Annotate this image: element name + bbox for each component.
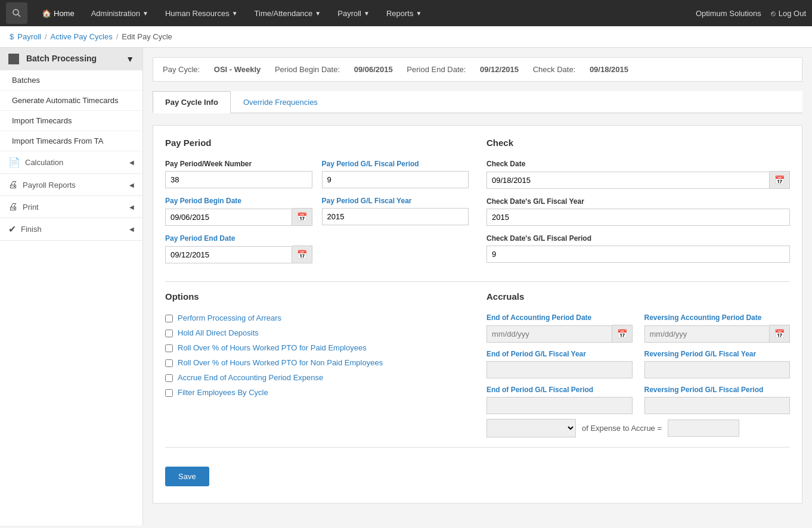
sidebar-batch-processing-header[interactable]: Batch Processing ▼ bbox=[0, 48, 142, 70]
bottom-divider bbox=[165, 447, 790, 448]
checkbox-rollover-paid-input[interactable] bbox=[165, 344, 173, 352]
reversing-accounting-period-date-calendar-button[interactable]: 📅 bbox=[770, 325, 790, 343]
batch-processing-toggle-icon: ▼ bbox=[126, 54, 134, 64]
sidebar-item-generate-auto-timecards[interactable]: Generate Automatic Timecards bbox=[0, 91, 142, 111]
calculation-icon: 📄 bbox=[8, 157, 20, 168]
checkbox-rollover-nonpaid: Roll Over % of Hours Worked PTO for Non … bbox=[165, 358, 469, 367]
week-number-input[interactable] bbox=[165, 171, 312, 188]
time-arrow-icon: ▼ bbox=[315, 10, 321, 17]
tab-pay-cycle-info[interactable]: Pay Cycle Info bbox=[153, 91, 231, 113]
end-date-input[interactable] bbox=[165, 246, 292, 263]
pay-cycle-label: Pay Cycle: OSI - Weekly bbox=[163, 65, 263, 74]
nav-human-resources[interactable]: Human Resources ▼ bbox=[157, 0, 246, 26]
hr-arrow-icon: ▼ bbox=[232, 10, 238, 17]
logout-button[interactable]: ⎋ Log Out bbox=[771, 9, 806, 18]
accruals-grid: End of Accounting Period Date 📅 Reversin… bbox=[486, 313, 790, 414]
breadcrumb-sep-2: / bbox=[116, 32, 119, 41]
nav-administration[interactable]: Administration ▼ bbox=[83, 0, 157, 26]
checkbox-hold-direct-input[interactable] bbox=[165, 330, 173, 337]
end-period-gl-fiscal-period-field: End of Period G/L Fiscal Period bbox=[486, 386, 633, 414]
page-layout: Batch Processing ▼ Batches Generate Auto… bbox=[0, 48, 812, 526]
gl-fiscal-period-input[interactable] bbox=[322, 171, 469, 188]
nav-reports[interactable]: Reports ▼ bbox=[378, 0, 430, 26]
breadcrumb: $ Payroll / Active Pay Cycles / Edit Pay… bbox=[0, 26, 812, 48]
company-name: Optimum Solutions bbox=[696, 9, 761, 18]
expense-dropdown[interactable] bbox=[486, 419, 576, 437]
checkbox-hold-direct: Hold All Direct Deposits bbox=[165, 328, 469, 337]
check-date-calendar-button[interactable]: 📅 bbox=[770, 171, 790, 189]
check-date-gl-fiscal-year-input[interactable] bbox=[486, 209, 790, 226]
checkbox-rollover-paid: Roll Over % of Hours Worked PTO for Paid… bbox=[165, 343, 469, 352]
reversing-period-gl-fiscal-period-field: Reversing Period G/L Fiscal Period bbox=[644, 386, 791, 414]
save-button[interactable]: Save bbox=[165, 467, 209, 486]
reversing-period-gl-fiscal-year-label: Reversing Period G/L Fiscal Year bbox=[644, 350, 791, 358]
pay-cycle-info-bar: Pay Cycle: OSI - Weekly Period Begin Dat… bbox=[153, 57, 802, 82]
begin-date-label: Pay Period Begin Date bbox=[165, 197, 312, 205]
end-accounting-period-date-input[interactable] bbox=[486, 325, 612, 343]
breadcrumb-sep-1: / bbox=[45, 32, 47, 41]
check-date-gl-fiscal-year-field: Check Date's G/L Fiscal Year bbox=[486, 197, 790, 226]
end-period-gl-fiscal-period-input[interactable] bbox=[486, 397, 633, 414]
nav-payroll[interactable]: Payroll ▼ bbox=[329, 0, 378, 26]
week-number-field: Pay Period/Week Number bbox=[165, 160, 312, 188]
checkbox-arrears-input[interactable] bbox=[165, 315, 173, 322]
period-end-date: Period End Date: 09/12/2015 bbox=[407, 65, 520, 74]
end-date-calendar-button[interactable]: 📅 bbox=[292, 246, 312, 263]
print-icon: 🖨 bbox=[8, 201, 18, 212]
checkbox-accrue-end-input[interactable] bbox=[165, 374, 173, 382]
end-period-gl-fiscal-year-field: End of Period G/L Fiscal Year bbox=[486, 350, 633, 378]
sidebar-section-finish[interactable]: ✔ Finish ◀ bbox=[0, 218, 142, 241]
breadcrumb-payroll-link[interactable]: Payroll bbox=[17, 32, 41, 41]
pay-period-end-date-field: Pay Period End Date 📅 bbox=[165, 234, 312, 263]
sidebar-item-import-timecards[interactable]: Import Timecards bbox=[0, 111, 142, 131]
checkbox-rollover-nonpaid-input[interactable] bbox=[165, 359, 173, 367]
end-accounting-period-date-label: End of Accounting Period Date bbox=[486, 313, 633, 322]
check-title: Check bbox=[486, 138, 790, 150]
accruals-section: Accruals End of Accounting Period Date 📅 bbox=[486, 291, 790, 437]
reversing-accounting-period-date-input[interactable] bbox=[644, 325, 770, 343]
sidebar-section-calculation[interactable]: 📄 Calculation ◀ bbox=[0, 151, 142, 174]
gl-fiscal-year-field: Pay Period G/L Fiscal Year bbox=[322, 197, 469, 226]
finish-icon: ✔ bbox=[8, 223, 16, 235]
checkbox-filter-employees: Filter Employees By Cycle bbox=[165, 388, 469, 397]
sidebar-section-print[interactable]: 🖨 Print ◀ bbox=[0, 196, 142, 218]
check-date-gl-fiscal-period-input[interactable] bbox=[486, 246, 790, 263]
payroll-reports-icon: 🖨 bbox=[8, 179, 18, 190]
end-period-gl-fiscal-year-input[interactable] bbox=[486, 361, 633, 378]
reversing-period-gl-fiscal-period-input[interactable] bbox=[644, 397, 791, 414]
sidebar-section-payroll-reports[interactable]: 🖨 Payroll Reports ◀ bbox=[0, 174, 142, 196]
end-date-label: Pay Period End Date bbox=[165, 234, 312, 243]
checkbox-arrears: Perform Processing of Arrears bbox=[165, 313, 469, 322]
print-arrow-icon: ◀ bbox=[129, 204, 134, 210]
tab-bar: Pay Cycle Info Override Frequencies bbox=[153, 91, 802, 113]
payroll-arrow-icon: ▼ bbox=[364, 10, 370, 17]
tab-override-frequencies[interactable]: Override Frequencies bbox=[231, 91, 330, 113]
gl-fiscal-year-input[interactable] bbox=[322, 208, 469, 225]
begin-date-calendar-button[interactable]: 📅 bbox=[292, 208, 312, 226]
finish-arrow-icon: ◀ bbox=[129, 226, 134, 232]
sidebar-item-batches[interactable]: Batches bbox=[0, 70, 142, 91]
check-date: Check Date: 09/18/2015 bbox=[533, 65, 628, 74]
reversing-period-gl-fiscal-year-input[interactable] bbox=[644, 361, 791, 378]
check-date-input[interactable] bbox=[486, 172, 770, 189]
gl-fiscal-period-field: Pay Period G/L Fiscal Period bbox=[322, 160, 469, 188]
form-panel: Pay Period Pay Period/Week Number Pay Pe… bbox=[153, 125, 802, 504]
section-divider bbox=[165, 281, 790, 282]
sidebar-item-import-timecards-ta[interactable]: Import Timecards From TA bbox=[0, 131, 142, 151]
search-button[interactable] bbox=[6, 2, 27, 24]
nav-home[interactable]: 🏠 Home bbox=[33, 0, 83, 26]
checkbox-filter-employees-input[interactable] bbox=[165, 389, 173, 397]
breadcrumb-active-pay-cycles-link[interactable]: Active Pay Cycles bbox=[51, 32, 113, 41]
end-accounting-period-date-calendar-button[interactable]: 📅 bbox=[612, 325, 633, 343]
begin-date-input[interactable] bbox=[165, 209, 292, 226]
reversing-accounting-period-date-field: Reversing Accounting Period Date 📅 bbox=[644, 313, 791, 343]
svg-line-1 bbox=[18, 14, 20, 17]
accruals-title: Accruals bbox=[486, 291, 790, 304]
logout-icon: ⎋ bbox=[771, 9, 776, 18]
reversing-period-gl-fiscal-year-field: Reversing Period G/L Fiscal Year bbox=[644, 350, 791, 378]
home-icon: 🏠 bbox=[42, 9, 51, 18]
expense-value-input[interactable] bbox=[668, 420, 739, 437]
svg-point-0 bbox=[13, 10, 18, 15]
week-number-label: Pay Period/Week Number bbox=[165, 160, 312, 168]
nav-time-attendance[interactable]: Time/Attendance ▼ bbox=[246, 0, 330, 26]
